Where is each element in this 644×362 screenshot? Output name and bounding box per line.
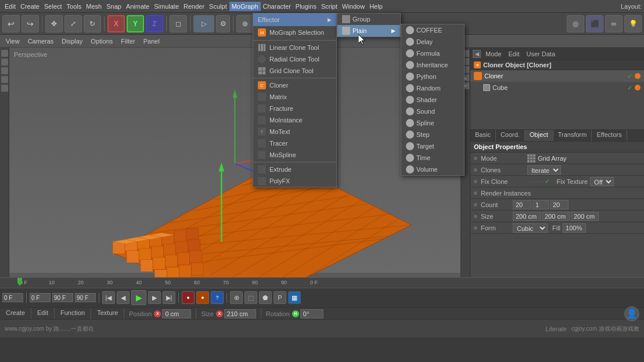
link-btn[interactable]: ⬚ bbox=[244, 291, 257, 304]
menu-plugins[interactable]: Plugins bbox=[293, 2, 319, 11]
formula-item[interactable]: Formula bbox=[401, 48, 464, 59]
polyfx-item[interactable]: PolyFX bbox=[253, 175, 336, 187]
effector-menu-item[interactable]: Effector ▶ bbox=[253, 13, 336, 26]
nav-btn-1[interactable]: ◎ bbox=[567, 15, 584, 32]
filter-menu[interactable]: Filter bbox=[117, 37, 138, 46]
cloner-item[interactable]: C Cloner bbox=[253, 79, 336, 91]
left-tool-1[interactable] bbox=[1, 50, 8, 57]
menu-tools[interactable]: Tools bbox=[64, 2, 84, 11]
move-button[interactable]: ✥ bbox=[45, 15, 63, 32]
bottom-tab-edit[interactable]: Edit bbox=[31, 308, 55, 319]
scale-button[interactable]: ⤢ bbox=[64, 15, 82, 32]
mode-collapse[interactable]: ◀ bbox=[473, 50, 481, 58]
count-input-1[interactable] bbox=[513, 200, 531, 209]
mode-tab[interactable]: Mode bbox=[483, 49, 504, 59]
nav-btn-3[interactable]: ∞ bbox=[605, 15, 623, 32]
key-btn[interactable]: ⬟ bbox=[259, 291, 272, 304]
grid-clone-item[interactable]: Grid Clone Tool bbox=[253, 65, 336, 77]
next-frame-btn[interactable]: ▶ bbox=[148, 291, 161, 304]
size-x-input[interactable] bbox=[224, 309, 256, 318]
nav-btn-4[interactable]: 💡 bbox=[624, 15, 642, 32]
mograph-selection-item[interactable]: M MoGraph Selection bbox=[253, 26, 336, 39]
clones-dropdown[interactable]: Iterate bbox=[527, 165, 561, 175]
python-item[interactable]: Python bbox=[401, 71, 464, 82]
bottom-tab-texture[interactable]: Texture bbox=[91, 308, 124, 319]
target-item[interactable]: Target bbox=[401, 140, 464, 152]
rotate-button[interactable]: ↻ bbox=[84, 15, 101, 32]
timeline-settings-btn[interactable]: ▦ bbox=[288, 291, 301, 304]
prev-frame-btn[interactable]: ◀ bbox=[117, 291, 129, 304]
delay-item[interactable]: Delay bbox=[401, 36, 464, 48]
left-tool-2[interactable] bbox=[1, 59, 8, 66]
fps-input[interactable] bbox=[52, 293, 73, 302]
count-input-3[interactable] bbox=[550, 200, 569, 209]
pos-x-input[interactable] bbox=[162, 309, 191, 318]
size-input-2[interactable] bbox=[542, 212, 570, 221]
render-settings-button[interactable]: ⚙ bbox=[216, 15, 230, 32]
effector-submenu[interactable]: Group Plain ▶ bbox=[337, 13, 401, 37]
end-frame-input[interactable] bbox=[75, 293, 96, 302]
rec-btn-1[interactable]: ● bbox=[182, 291, 195, 304]
menu-mograph[interactable]: MoGraph bbox=[229, 2, 261, 11]
menu-render[interactable]: Render bbox=[181, 2, 207, 11]
menu-edit[interactable]: Edit bbox=[2, 2, 18, 11]
display-menu[interactable]: Display bbox=[58, 37, 86, 46]
fill-input[interactable] bbox=[563, 223, 586, 233]
left-tool-5[interactable] bbox=[1, 85, 8, 92]
rec-btn-2[interactable]: ● bbox=[196, 291, 209, 304]
redo-button[interactable]: ↪ bbox=[21, 15, 39, 32]
size-input-3[interactable] bbox=[571, 212, 599, 221]
plain-submenu[interactable]: COFFEE Delay Formula Inheritance Python … bbox=[401, 24, 465, 176]
render-button[interactable]: ▷ bbox=[193, 15, 214, 32]
coffee-item[interactable]: COFFEE bbox=[401, 24, 464, 36]
spline-item[interactable]: Spline bbox=[401, 117, 464, 129]
extrude-item[interactable]: Extrude bbox=[253, 164, 336, 175]
coord-tab[interactable]: Coord. bbox=[496, 130, 525, 141]
view-menu[interactable]: View bbox=[2, 37, 23, 46]
fracture-item[interactable]: Fracture bbox=[253, 103, 336, 114]
cube-visibility-check[interactable]: ✓ bbox=[627, 84, 632, 92]
menu-help[interactable]: Help bbox=[367, 2, 385, 11]
fix-texture-dropdown[interactable]: Off bbox=[590, 177, 614, 186]
random-item[interactable]: Random bbox=[401, 82, 464, 94]
cameras-menu[interactable]: Cameras bbox=[24, 37, 57, 46]
snap-btn[interactable]: ⊕ bbox=[230, 291, 243, 304]
time-item[interactable]: Time bbox=[401, 152, 464, 164]
menu-sculpt[interactable]: Sculpt bbox=[207, 2, 229, 11]
moinstance-item[interactable]: MoInstance bbox=[253, 114, 336, 126]
edit-tab[interactable]: Edit bbox=[506, 49, 522, 59]
axis-x-button[interactable]: X bbox=[107, 15, 125, 32]
undo-button[interactable]: ↩ bbox=[2, 15, 20, 32]
shader-item[interactable]: Shader bbox=[401, 94, 464, 106]
motext-item[interactable]: T MoText bbox=[253, 126, 336, 137]
bottom-tab-function[interactable]: Function bbox=[55, 308, 91, 319]
nav-btn-2[interactable]: ⬛ bbox=[586, 15, 603, 32]
menu-window[interactable]: Window bbox=[340, 2, 367, 11]
options-menu[interactable]: Options bbox=[87, 37, 116, 46]
go-start-btn[interactable]: |◀ bbox=[102, 291, 115, 304]
axis-y-button[interactable]: Y bbox=[127, 15, 144, 32]
object-cube-item[interactable]: Cube ✓ bbox=[470, 82, 644, 93]
volume-item[interactable]: Volume bbox=[401, 164, 464, 175]
effectors-tab[interactable]: Effectors bbox=[592, 130, 627, 141]
go-end-btn[interactable]: ▶| bbox=[163, 291, 175, 304]
matrix-item[interactable]: Matrix bbox=[253, 91, 336, 103]
panel-menu[interactable]: Panel bbox=[140, 37, 163, 46]
cloner-visibility-check[interactable]: ✓ bbox=[627, 73, 632, 80]
menu-create[interactable]: Create bbox=[18, 2, 42, 11]
sound-item[interactable]: Sound bbox=[401, 106, 464, 117]
menu-simulate[interactable]: Simulate bbox=[152, 2, 181, 11]
step-item[interactable]: Step bbox=[401, 129, 464, 140]
menu-script[interactable]: Script bbox=[319, 2, 340, 11]
object-cloner-item[interactable]: Cloner ✓ bbox=[470, 70, 644, 82]
size-input-1[interactable] bbox=[513, 212, 541, 221]
mograph-dropdown[interactable]: Effector ▶ M MoGraph Selection Linear Cl… bbox=[253, 13, 337, 187]
snap-button[interactable]: ⊕ bbox=[236, 15, 254, 32]
bottom-tab-create[interactable]: Create bbox=[0, 308, 31, 319]
tracer-item[interactable]: Tracer bbox=[253, 137, 336, 149]
group-effector-item[interactable]: Group bbox=[337, 13, 400, 25]
count-input-2[interactable] bbox=[533, 200, 549, 209]
linear-clone-item[interactable]: Linear Clone Tool bbox=[253, 42, 336, 53]
radial-clone-item[interactable]: Radial Clone Tool bbox=[253, 53, 336, 65]
menu-character[interactable]: Character bbox=[261, 2, 293, 11]
